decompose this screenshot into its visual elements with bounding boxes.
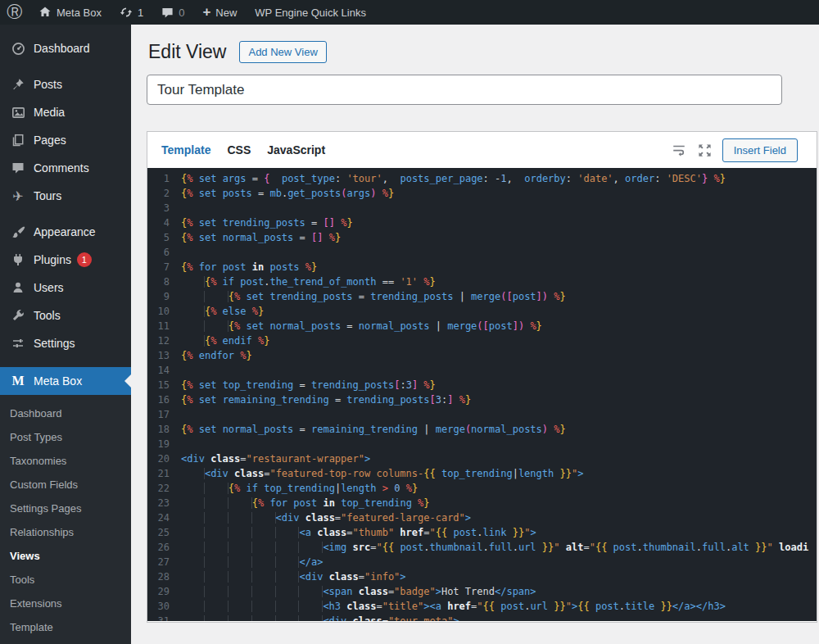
code-line[interactable]: <span class="badge">Hot Trend</span> bbox=[177, 584, 536, 599]
code-line[interactable]: {% else %} bbox=[177, 304, 264, 319]
code-line[interactable]: {% for post in top_trending %} bbox=[177, 496, 430, 510]
submenu-item-post-types[interactable]: Post Types bbox=[0, 425, 131, 449]
plugins-update-badge: 1 bbox=[77, 252, 92, 267]
sidebar-item-label: Tours bbox=[34, 189, 61, 202]
sidebar-item-appearance[interactable]: Appearance bbox=[0, 218, 131, 246]
comments-indicator[interactable]: 0 bbox=[152, 0, 193, 25]
code-line[interactable]: {% endif %} bbox=[177, 333, 269, 348]
code-line[interactable] bbox=[177, 245, 181, 260]
tab-template[interactable]: Template bbox=[161, 143, 210, 156]
wrench-icon bbox=[10, 307, 26, 324]
submenu-item-views[interactable]: Views bbox=[0, 544, 131, 568]
submenu-item-dashboard[interactable]: Dashboard bbox=[0, 401, 131, 425]
submenu-item-template[interactable]: Template bbox=[0, 615, 131, 639]
sidebar-item-settings[interactable]: Settings bbox=[0, 329, 131, 357]
line-number: 11 bbox=[147, 319, 177, 333]
submenu-item-tools[interactable]: Tools bbox=[0, 568, 131, 592]
sidebar-item-meta-box[interactable]: MMeta Box bbox=[0, 367, 131, 395]
sidebar-item-dashboard[interactable]: Dashboard bbox=[0, 34, 131, 62]
line-number: 3 bbox=[147, 201, 177, 215]
code-line[interactable] bbox=[177, 201, 181, 215]
tab-css[interactable]: CSS bbox=[227, 143, 251, 156]
wp-engine-quick-links[interactable]: WP Engine Quick Links bbox=[246, 0, 375, 25]
sidebar-item-plugins[interactable]: Plugins1 bbox=[0, 246, 131, 274]
code-line[interactable]: {% set normal_posts = remaining_trending… bbox=[177, 422, 566, 437]
sidebar-item-posts[interactable]: Posts bbox=[0, 70, 131, 98]
sidebar-item-label: Plugins bbox=[34, 253, 71, 266]
sidebar-item-label: Dashboard bbox=[34, 42, 90, 55]
code-line[interactable]: {% set top_trending = trending_posts[:3]… bbox=[177, 378, 436, 392]
sidebar-item-media[interactable]: Media bbox=[0, 98, 131, 126]
new-label: New bbox=[215, 7, 237, 19]
comments-count: 0 bbox=[179, 7, 184, 19]
submenu-item-settings-pages[interactable]: Settings Pages bbox=[0, 497, 131, 520]
code-line[interactable]: {% if top_trending|length > 0 %} bbox=[177, 481, 418, 496]
code-line[interactable]: <h3 class="title"><a href="{{ post.url }… bbox=[177, 599, 726, 614]
sidebar-item-label: Media bbox=[34, 106, 65, 119]
submenu-item-relationships[interactable]: Relationships bbox=[0, 520, 131, 544]
submenu-item-custom-fields[interactable]: Custom Fields bbox=[0, 473, 131, 497]
code-line[interactable]: {% for post in posts %} bbox=[177, 260, 317, 274]
code-line[interactable]: <div class="tour-meta"> bbox=[177, 614, 459, 621]
line-number: 24 bbox=[147, 510, 177, 525]
code-line[interactable]: <div class="featured-large-card"> bbox=[177, 510, 471, 525]
update-icon bbox=[120, 6, 133, 19]
code-line[interactable] bbox=[177, 407, 181, 422]
submenu-item-extensions[interactable]: Extensions bbox=[0, 592, 131, 615]
line-number: 20 bbox=[147, 451, 177, 466]
code-line[interactable]: <div class="info"> bbox=[177, 569, 406, 584]
page-title: Edit View bbox=[148, 39, 226, 64]
pages-icon bbox=[10, 132, 26, 148]
sidebar-item-tours[interactable]: ✈Tours bbox=[0, 182, 131, 210]
sidebar-item-label: Meta Box bbox=[34, 374, 82, 388]
submenu-item-user-profile[interactable]: User Profile bbox=[0, 639, 131, 644]
add-new-view-button[interactable]: Add New View bbox=[239, 41, 326, 63]
updates-count: 1 bbox=[138, 7, 143, 19]
code-line[interactable]: {% set args = { post_type: 'tour', posts… bbox=[177, 171, 726, 186]
sidebar-item-label: Comments bbox=[34, 161, 89, 175]
line-number: 27 bbox=[147, 555, 177, 569]
line-number: 9 bbox=[147, 289, 177, 304]
sidebar-item-label: Appearance bbox=[34, 225, 96, 238]
sidebar-item-pages[interactable]: Pages bbox=[0, 126, 131, 154]
site-menu[interactable]: Meta Box bbox=[29, 0, 111, 25]
sidebar-item-tools[interactable]: Tools bbox=[0, 302, 131, 329]
code-editor[interactable]: 1{% set args = { post_type: 'tour', post… bbox=[147, 168, 817, 621]
comment-bubble-icon bbox=[161, 7, 174, 19]
code-line[interactable]: {% set normal_posts = normal_posts | mer… bbox=[177, 319, 542, 333]
tab-javascript[interactable]: JavaScript bbox=[267, 143, 325, 156]
code-line[interactable]: </a> bbox=[177, 555, 323, 569]
code-line[interactable]: <div class="featured-top-row columns-{{ … bbox=[177, 466, 583, 481]
code-line[interactable] bbox=[177, 437, 181, 451]
dashboard-icon bbox=[10, 40, 26, 57]
sidebar-item-comments[interactable]: Comments bbox=[0, 154, 131, 182]
updates-indicator[interactable]: 1 bbox=[111, 0, 152, 25]
view-name-input[interactable] bbox=[147, 75, 782, 105]
submenu-item-taxonomies[interactable]: Taxonomies bbox=[0, 449, 131, 473]
sidebar-item-users[interactable]: Users bbox=[0, 274, 131, 302]
code-line[interactable]: {% endfor %} bbox=[177, 348, 252, 363]
home-icon bbox=[38, 6, 52, 19]
plugin-icon bbox=[10, 252, 26, 268]
fullscreen-icon[interactable] bbox=[697, 143, 713, 158]
code-line[interactable]: {% set trending_posts = trending_posts |… bbox=[177, 289, 566, 304]
code-line[interactable]: {% set normal_posts = [] %} bbox=[177, 230, 341, 245]
code-line[interactable]: <a class="thumb" href="{{ post.link }}"> bbox=[177, 525, 536, 540]
settings-icon bbox=[10, 335, 26, 351]
code-line[interactable] bbox=[177, 363, 181, 378]
word-wrap-icon[interactable] bbox=[671, 143, 687, 157]
menu-separator bbox=[0, 210, 131, 218]
code-line[interactable]: <div class="restaurant-wrapper"> bbox=[177, 451, 370, 466]
code-line[interactable]: <img src="{{ post.thumbnail.full.url }}"… bbox=[177, 540, 808, 555]
new-content-menu[interactable]: + New bbox=[193, 0, 246, 25]
code-line[interactable]: {% set remaining_trending = trending_pos… bbox=[177, 392, 471, 407]
wordpress-logo-icon[interactable]: Ⓡ bbox=[0, 0, 29, 25]
line-number: 29 bbox=[147, 584, 177, 599]
code-line[interactable]: {% set trending_posts = [] %} bbox=[177, 215, 353, 230]
code-line[interactable]: {% set posts = mb.get_posts(args) %} bbox=[177, 186, 394, 201]
line-number: 21 bbox=[147, 466, 177, 481]
insert-field-button[interactable]: Insert Field bbox=[722, 138, 798, 162]
code-line[interactable]: {% if post.the_trend_of_month == '1' %} bbox=[177, 274, 436, 289]
line-number: 1 bbox=[147, 171, 177, 186]
metabox-submenu: DashboardPost TypesTaxonomiesCustom Fiel… bbox=[0, 395, 131, 644]
